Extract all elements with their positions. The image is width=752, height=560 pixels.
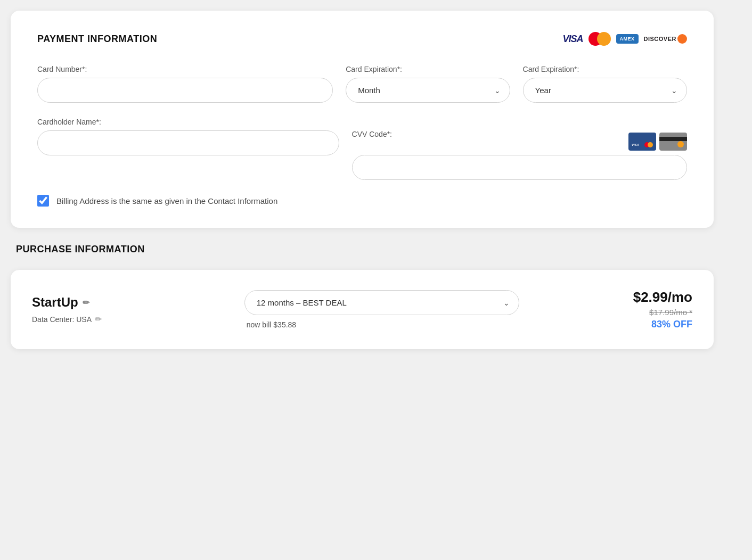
cvv-card-icon: VISA bbox=[628, 133, 687, 151]
plan-bill-note: now bill $35.88 bbox=[244, 320, 519, 329]
product-name-text: StartUp bbox=[32, 295, 78, 310]
payment-title: PAYMENT INFORMATION bbox=[37, 34, 157, 45]
plan-select[interactable]: 1 month 6 months 12 months – BEST DEAL 2… bbox=[244, 290, 519, 315]
plan-select-wrapper: 1 month 6 months 12 months – BEST DEAL 2… bbox=[244, 290, 519, 315]
payment-card: PAYMENT INFORMATION VISA AMEX DISCOVER C… bbox=[11, 11, 714, 228]
mc-orange-circle bbox=[597, 32, 611, 46]
discover-logo: DISCOVER bbox=[644, 34, 687, 44]
discover-circle bbox=[677, 34, 687, 44]
purchase-title: PURCHASE INFORMATION bbox=[11, 244, 714, 255]
cvv-card-back-icon bbox=[659, 133, 687, 151]
amex-logo: AMEX bbox=[616, 34, 639, 44]
expiry-year-group: Card Expiration*: Year 2024202520262027 … bbox=[523, 65, 687, 103]
cvv-input[interactable] bbox=[352, 155, 687, 180]
datacenter-label: Data Center: USA bbox=[32, 315, 92, 324]
purchase-card: StartUp ✏ Data Center: USA ✏ 1 month 6 m… bbox=[11, 270, 714, 349]
cvv-stripe bbox=[659, 137, 687, 141]
card-number-input[interactable] bbox=[37, 78, 333, 103]
mastercard-logo bbox=[588, 32, 611, 46]
cvv-dot bbox=[677, 141, 684, 147]
current-price: $2.99/mo bbox=[535, 289, 692, 306]
card-number-row: Card Number*: Card Expiration*: Month 01… bbox=[37, 65, 687, 103]
pricing-info: $2.99/mo $17.99/mo * 83% OFF bbox=[535, 289, 692, 330]
card-logos: VISA AMEX DISCOVER bbox=[563, 32, 688, 46]
cvv-card-front-icon: VISA bbox=[628, 133, 656, 151]
expiry-month-label: Card Expiration*: bbox=[346, 65, 510, 73]
year-select-wrapper: Year 2024202520262027 202820292030 ⌄ bbox=[523, 78, 687, 103]
product-info: StartUp ✏ Data Center: USA ✏ bbox=[32, 295, 228, 324]
product-datacenter: Data Center: USA ✏ bbox=[32, 314, 228, 324]
payment-header: PAYMENT INFORMATION VISA AMEX DISCOVER bbox=[37, 32, 687, 46]
product-name-edit-icon[interactable]: ✏ bbox=[83, 298, 89, 308]
card-number-group: Card Number*: bbox=[37, 65, 333, 103]
plan-selector: 1 month 6 months 12 months – BEST DEAL 2… bbox=[244, 290, 519, 329]
purchase-section: PURCHASE INFORMATION StartUp ✏ Data Cent… bbox=[11, 244, 714, 349]
card-number-label: Card Number*: bbox=[37, 65, 333, 73]
month-select-wrapper: Month 01020304 05060708 09101112 ⌄ bbox=[346, 78, 510, 103]
cardholder-row: Cardholder Name*: CVV Code*: VISA bbox=[37, 118, 687, 180]
expiry-month-group: Card Expiration*: Month 01020304 0506070… bbox=[346, 65, 510, 103]
product-name: StartUp ✏ bbox=[32, 295, 228, 310]
billing-checkbox-label[interactable]: Billing Address is the same as given in … bbox=[56, 196, 277, 205]
cardholder-input[interactable] bbox=[37, 130, 339, 155]
billing-address-checkbox[interactable] bbox=[37, 195, 49, 207]
datacenter-edit-icon[interactable]: ✏ bbox=[95, 314, 102, 324]
cvv-group: CVV Code*: VISA bbox=[352, 118, 687, 180]
expiry-year-select[interactable]: Year 2024202520262027 202820292030 bbox=[523, 78, 687, 103]
cardholder-name-group: Cardholder Name*: bbox=[37, 118, 339, 155]
visa-logo: VISA bbox=[563, 34, 583, 45]
billing-checkbox-row: Billing Address is the same as given in … bbox=[37, 195, 687, 207]
discount-badge: 83% OFF bbox=[535, 319, 692, 330]
cardholder-label: Cardholder Name*: bbox=[37, 118, 339, 126]
cvv-label: CVV Code*: bbox=[352, 130, 392, 138]
discover-text: DISCOVER bbox=[644, 36, 676, 42]
original-price: $17.99/mo * bbox=[535, 308, 692, 317]
expiry-year-label: Card Expiration*: bbox=[523, 65, 687, 73]
expiry-month-select[interactable]: Month 01020304 05060708 09101112 bbox=[346, 78, 510, 103]
